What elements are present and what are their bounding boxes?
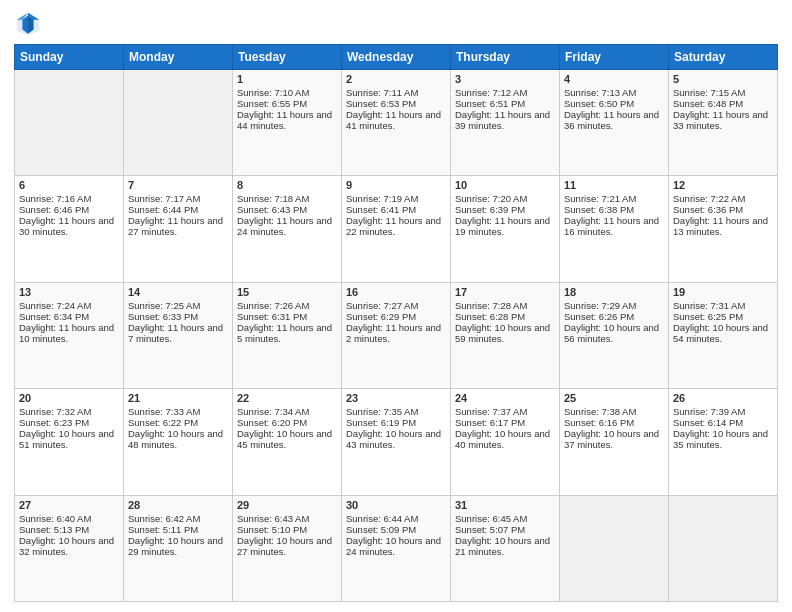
sunset-text: Sunset: 6:17 PM — [455, 417, 555, 428]
day-number: 10 — [455, 179, 555, 191]
sunrise-text: Sunrise: 7:28 AM — [455, 300, 555, 311]
day-cell: 10Sunrise: 7:20 AMSunset: 6:39 PMDayligh… — [451, 176, 560, 282]
day-cell — [15, 70, 124, 176]
header-cell-monday: Monday — [124, 45, 233, 70]
sunrise-text: Sunrise: 6:44 AM — [346, 513, 446, 524]
day-cell: 16Sunrise: 7:27 AMSunset: 6:29 PMDayligh… — [342, 282, 451, 388]
sunset-text: Sunset: 6:46 PM — [19, 204, 119, 215]
sunrise-text: Sunrise: 7:12 AM — [455, 87, 555, 98]
calendar-table: SundayMondayTuesdayWednesdayThursdayFrid… — [14, 44, 778, 602]
week-row-2: 6Sunrise: 7:16 AMSunset: 6:46 PMDaylight… — [15, 176, 778, 282]
day-number: 28 — [128, 499, 228, 511]
daylight-text: Daylight: 10 hours and 54 minutes. — [673, 322, 773, 344]
sunrise-text: Sunrise: 7:35 AM — [346, 406, 446, 417]
day-number: 17 — [455, 286, 555, 298]
page: SundayMondayTuesdayWednesdayThursdayFrid… — [0, 0, 792, 612]
sunset-text: Sunset: 6:14 PM — [673, 417, 773, 428]
day-number: 25 — [564, 392, 664, 404]
day-number: 4 — [564, 73, 664, 85]
day-cell: 6Sunrise: 7:16 AMSunset: 6:46 PMDaylight… — [15, 176, 124, 282]
day-cell: 8Sunrise: 7:18 AMSunset: 6:43 PMDaylight… — [233, 176, 342, 282]
daylight-text: Daylight: 11 hours and 39 minutes. — [455, 109, 555, 131]
sunrise-text: Sunrise: 7:38 AM — [564, 406, 664, 417]
sunset-text: Sunset: 6:44 PM — [128, 204, 228, 215]
day-cell: 24Sunrise: 7:37 AMSunset: 6:17 PMDayligh… — [451, 389, 560, 495]
day-cell: 31Sunrise: 6:45 AMSunset: 5:07 PMDayligh… — [451, 495, 560, 601]
sunrise-text: Sunrise: 6:40 AM — [19, 513, 119, 524]
sunset-text: Sunset: 6:36 PM — [673, 204, 773, 215]
daylight-text: Daylight: 11 hours and 30 minutes. — [19, 215, 119, 237]
day-cell: 12Sunrise: 7:22 AMSunset: 6:36 PMDayligh… — [669, 176, 778, 282]
daylight-text: Daylight: 10 hours and 43 minutes. — [346, 428, 446, 450]
day-number: 30 — [346, 499, 446, 511]
day-cell: 17Sunrise: 7:28 AMSunset: 6:28 PMDayligh… — [451, 282, 560, 388]
header-cell-saturday: Saturday — [669, 45, 778, 70]
day-number: 31 — [455, 499, 555, 511]
day-number: 3 — [455, 73, 555, 85]
sunset-text: Sunset: 6:33 PM — [128, 311, 228, 322]
day-cell: 2Sunrise: 7:11 AMSunset: 6:53 PMDaylight… — [342, 70, 451, 176]
daylight-text: Daylight: 11 hours and 41 minutes. — [346, 109, 446, 131]
day-number: 11 — [564, 179, 664, 191]
sunset-text: Sunset: 5:11 PM — [128, 524, 228, 535]
logo-icon — [14, 10, 42, 38]
day-number: 8 — [237, 179, 337, 191]
daylight-text: Daylight: 11 hours and 10 minutes. — [19, 322, 119, 344]
daylight-text: Daylight: 11 hours and 5 minutes. — [237, 322, 337, 344]
sunrise-text: Sunrise: 7:32 AM — [19, 406, 119, 417]
daylight-text: Daylight: 11 hours and 16 minutes. — [564, 215, 664, 237]
day-cell: 14Sunrise: 7:25 AMSunset: 6:33 PMDayligh… — [124, 282, 233, 388]
sunrise-text: Sunrise: 7:24 AM — [19, 300, 119, 311]
day-cell: 27Sunrise: 6:40 AMSunset: 5:13 PMDayligh… — [15, 495, 124, 601]
daylight-text: Daylight: 10 hours and 32 minutes. — [19, 535, 119, 557]
daylight-text: Daylight: 10 hours and 29 minutes. — [128, 535, 228, 557]
sunset-text: Sunset: 5:10 PM — [237, 524, 337, 535]
sunset-text: Sunset: 6:39 PM — [455, 204, 555, 215]
header-cell-thursday: Thursday — [451, 45, 560, 70]
day-cell: 9Sunrise: 7:19 AMSunset: 6:41 PMDaylight… — [342, 176, 451, 282]
sunrise-text: Sunrise: 7:17 AM — [128, 193, 228, 204]
day-number: 26 — [673, 392, 773, 404]
day-cell: 30Sunrise: 6:44 AMSunset: 5:09 PMDayligh… — [342, 495, 451, 601]
sunset-text: Sunset: 5:13 PM — [19, 524, 119, 535]
day-number: 5 — [673, 73, 773, 85]
day-number: 7 — [128, 179, 228, 191]
day-number: 16 — [346, 286, 446, 298]
sunrise-text: Sunrise: 7:21 AM — [564, 193, 664, 204]
sunrise-text: Sunrise: 7:13 AM — [564, 87, 664, 98]
day-cell: 1Sunrise: 7:10 AMSunset: 6:55 PMDaylight… — [233, 70, 342, 176]
daylight-text: Daylight: 10 hours and 27 minutes. — [237, 535, 337, 557]
day-cell: 13Sunrise: 7:24 AMSunset: 6:34 PMDayligh… — [15, 282, 124, 388]
week-row-3: 13Sunrise: 7:24 AMSunset: 6:34 PMDayligh… — [15, 282, 778, 388]
day-cell: 21Sunrise: 7:33 AMSunset: 6:22 PMDayligh… — [124, 389, 233, 495]
sunset-text: Sunset: 6:16 PM — [564, 417, 664, 428]
calendar-header: SundayMondayTuesdayWednesdayThursdayFrid… — [15, 45, 778, 70]
day-cell — [669, 495, 778, 601]
sunset-text: Sunset: 6:41 PM — [346, 204, 446, 215]
daylight-text: Daylight: 11 hours and 24 minutes. — [237, 215, 337, 237]
sunset-text: Sunset: 6:34 PM — [19, 311, 119, 322]
sunset-text: Sunset: 5:07 PM — [455, 524, 555, 535]
sunrise-text: Sunrise: 7:22 AM — [673, 193, 773, 204]
day-cell: 28Sunrise: 6:42 AMSunset: 5:11 PMDayligh… — [124, 495, 233, 601]
day-cell: 5Sunrise: 7:15 AMSunset: 6:48 PMDaylight… — [669, 70, 778, 176]
sunset-text: Sunset: 6:31 PM — [237, 311, 337, 322]
sunset-text: Sunset: 6:53 PM — [346, 98, 446, 109]
sunset-text: Sunset: 6:22 PM — [128, 417, 228, 428]
day-cell: 22Sunrise: 7:34 AMSunset: 6:20 PMDayligh… — [233, 389, 342, 495]
daylight-text: Daylight: 10 hours and 37 minutes. — [564, 428, 664, 450]
daylight-text: Daylight: 11 hours and 44 minutes. — [237, 109, 337, 131]
sunset-text: Sunset: 6:25 PM — [673, 311, 773, 322]
day-number: 27 — [19, 499, 119, 511]
sunrise-text: Sunrise: 7:27 AM — [346, 300, 446, 311]
day-number: 9 — [346, 179, 446, 191]
sunset-text: Sunset: 6:26 PM — [564, 311, 664, 322]
daylight-text: Daylight: 10 hours and 51 minutes. — [19, 428, 119, 450]
daylight-text: Daylight: 11 hours and 22 minutes. — [346, 215, 446, 237]
sunrise-text: Sunrise: 7:26 AM — [237, 300, 337, 311]
calendar-body: 1Sunrise: 7:10 AMSunset: 6:55 PMDaylight… — [15, 70, 778, 602]
day-number: 12 — [673, 179, 773, 191]
sunrise-text: Sunrise: 6:43 AM — [237, 513, 337, 524]
daylight-text: Daylight: 10 hours and 35 minutes. — [673, 428, 773, 450]
week-row-5: 27Sunrise: 6:40 AMSunset: 5:13 PMDayligh… — [15, 495, 778, 601]
